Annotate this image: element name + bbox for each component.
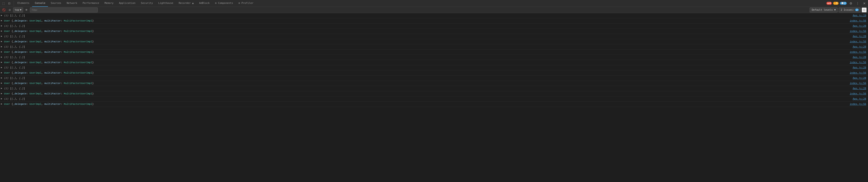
customize-button[interactable]: ⋮ <box>855 1 860 6</box>
row-content: (2) [{…}, {…}] <box>4 87 852 91</box>
row-source-link[interactable]: App.js:28 <box>852 55 868 59</box>
row-content: User {_delegate: UserImpl, multiFactor: … <box>4 19 850 23</box>
row-content: User {_delegate: UserImpl, multiFactor: … <box>4 40 850 44</box>
console-row: ▶User {_delegate: UserImpl, multiFactor:… <box>0 18 868 24</box>
error-badge: ⊗ 4 <box>826 2 832 5</box>
row-content: (2) [{…}, {…}] <box>4 34 852 38</box>
console-toolbar: 🚫 ⊘ top ▼ 👁 Default levels ▼ 2 Issues: 2… <box>0 7 868 13</box>
log-levels-button[interactable]: Default levels ▼ <box>810 7 838 12</box>
tab-profiler[interactable]: ⚙ Profiler <box>236 0 256 7</box>
console-row: ▶User {_delegate: UserImpl, multiFactor:… <box>0 70 868 75</box>
expand-arrow[interactable]: ▶ <box>1 40 3 42</box>
tab-console[interactable]: Console <box>32 0 48 7</box>
tab-performance[interactable]: Performance <box>80 0 102 7</box>
expand-arrow[interactable]: ▶ <box>1 51 3 53</box>
row-content: User {_delegate: UserImpl, multiFactor: … <box>4 71 850 75</box>
context-selector[interactable]: top ▼ <box>13 7 23 12</box>
issues-count-badge: 2 <box>855 9 859 11</box>
row-source-link[interactable]: App.js:28 <box>852 34 868 38</box>
tab-components[interactable]: ⚙ Components <box>212 0 236 7</box>
expand-arrow[interactable]: ▶ <box>1 66 3 69</box>
console-row: ▶User {_delegate: UserImpl, multiFactor:… <box>0 50 868 55</box>
console-row: ▶User {_delegate: UserImpl, multiFactor:… <box>0 29 868 34</box>
expand-arrow[interactable]: ▶ <box>1 56 3 58</box>
live-expressions-button[interactable]: 👁 <box>24 7 29 12</box>
row-source-link[interactable]: index.js:56 <box>850 50 868 54</box>
devtools-tab-bar: ⬚ ⊡ Elements Console Sources Network Per… <box>0 0 868 7</box>
filter-input[interactable] <box>30 7 98 12</box>
row-content: (2) [{…}, {…}] <box>4 66 852 70</box>
device-toolbar-button[interactable]: ⊡ <box>7 1 12 6</box>
issues-button[interactable]: 2 Issues: 2 <box>839 7 861 12</box>
expand-arrow[interactable]: ▶ <box>1 102 3 105</box>
tab-right-icons: ⊗ 4 ⚠ 3 💬 2 ⚙ ⋮ ✕ <box>826 1 867 6</box>
row-source-link[interactable]: index.js:56 <box>850 60 868 64</box>
expand-arrow[interactable]: ▶ <box>1 30 3 32</box>
row-source-link[interactable]: index.js:56 <box>850 102 868 105</box>
settings-button[interactable]: ⚙ <box>848 1 854 6</box>
row-source-link[interactable]: index.js:56 <box>850 81 868 85</box>
console-row: ▶User {_delegate: UserImpl, multiFactor:… <box>0 102 868 107</box>
tab-network[interactable]: Network <box>64 0 80 7</box>
row-content: User {_delegate: UserImpl, multiFactor: … <box>4 92 850 96</box>
message-badge: 💬 2 <box>840 2 847 5</box>
row-content: User {_delegate: UserImpl, multiFactor: … <box>4 60 850 64</box>
tab-security[interactable]: Security <box>138 0 156 7</box>
expand-arrow[interactable]: ▶ <box>1 45 3 48</box>
row-content: (2) [{…}, {…}] <box>4 24 852 28</box>
row-content: User {_delegate: UserImpl, multiFactor: … <box>4 81 850 85</box>
expand-arrow[interactable]: ▶ <box>1 35 3 37</box>
console-row: ▶(2) [{…}, {…}]App.js:28 <box>0 34 868 39</box>
row-content: (2) [{…}, {…}] <box>4 76 852 80</box>
console-row: ▶(2) [{…}, {…}]App.js:28 <box>0 96 868 102</box>
close-devtools-button[interactable]: ✕ <box>862 1 867 6</box>
warning-badge: ⚠ 3 <box>833 2 839 5</box>
row-source-link[interactable]: App.js:28 <box>852 24 868 27</box>
row-content: User {_delegate: UserImpl, multiFactor: … <box>4 50 850 54</box>
expand-arrow[interactable]: ▶ <box>1 71 3 74</box>
row-source-link[interactable]: App.js:28 <box>852 87 868 90</box>
expand-arrow[interactable]: ▶ <box>1 19 3 22</box>
row-source-link[interactable]: index.js:56 <box>850 40 868 43</box>
console-row: ▶(2) [{…}, {…}]App.js:28 <box>0 86 868 91</box>
console-row: ▶(2) [{…}, {…}]App.js:28 <box>0 75 868 81</box>
tab-recorder[interactable]: Recorder ▲ <box>176 0 196 7</box>
console-row: ▶(2) [{…}, {…}]App.js:28 <box>0 55 868 60</box>
console-row: ▶(2) [{…}, {…}]App.js:19 <box>0 13 868 18</box>
console-settings-button[interactable]: ⚙ <box>862 7 867 12</box>
expand-arrow[interactable]: ▶ <box>1 87 3 89</box>
row-content: (2) [{…}, {…}] <box>4 55 852 59</box>
clear-console-button[interactable]: 🚫 <box>1 7 6 12</box>
row-source-link[interactable]: App.js:28 <box>852 76 868 80</box>
row-source-link[interactable]: index.js:56 <box>850 92 868 95</box>
expand-arrow[interactable]: ▶ <box>1 61 3 63</box>
console-row: ▶(2) [{…}, {…}]App.js:28 <box>0 44 868 50</box>
row-source-link[interactable]: App.js:28 <box>852 45 868 48</box>
row-source-link[interactable]: index.js:56 <box>850 71 868 74</box>
console-output: ▶(2) [{…}, {…}]App.js:19▶User {_delegate… <box>0 13 868 182</box>
row-source-link[interactable]: index.js:56 <box>850 29 868 33</box>
tab-sources[interactable]: Sources <box>48 0 64 7</box>
expand-arrow[interactable]: ▶ <box>1 25 3 27</box>
row-content: (2) [{…}, {…}] <box>4 97 852 101</box>
expand-arrow[interactable]: ▶ <box>1 77 3 79</box>
tab-adblock[interactable]: AdBlock <box>196 0 212 7</box>
expand-arrow[interactable]: ▶ <box>1 97 3 100</box>
expand-arrow[interactable]: ▶ <box>1 82 3 84</box>
console-row: ▶User {_delegate: UserImpl, multiFactor:… <box>0 60 868 65</box>
row-content: (2) [{…}, {…}] <box>4 45 852 49</box>
row-content: User {_delegate: UserImpl, multiFactor: … <box>4 29 850 33</box>
tab-application[interactable]: Application <box>116 0 138 7</box>
tab-elements[interactable]: Elements <box>15 0 32 7</box>
tab-lighthouse[interactable]: Lighthouse <box>156 0 176 7</box>
row-source-link[interactable]: App.js:28 <box>852 97 868 100</box>
expand-arrow[interactable]: ▶ <box>1 92 3 95</box>
console-row: ▶User {_delegate: UserImpl, multiFactor:… <box>0 91 868 96</box>
tab-memory[interactable]: Memory <box>102 0 116 7</box>
row-source-link[interactable]: App.js:28 <box>852 66 868 69</box>
expand-arrow[interactable]: ▶ <box>1 14 3 17</box>
row-source-link[interactable]: App.js:19 <box>852 13 868 17</box>
console-filter-button[interactable]: ⊘ <box>7 7 12 12</box>
row-source-link[interactable]: index.js:56 <box>850 19 868 22</box>
inspect-element-button[interactable]: ⬚ <box>1 1 6 6</box>
